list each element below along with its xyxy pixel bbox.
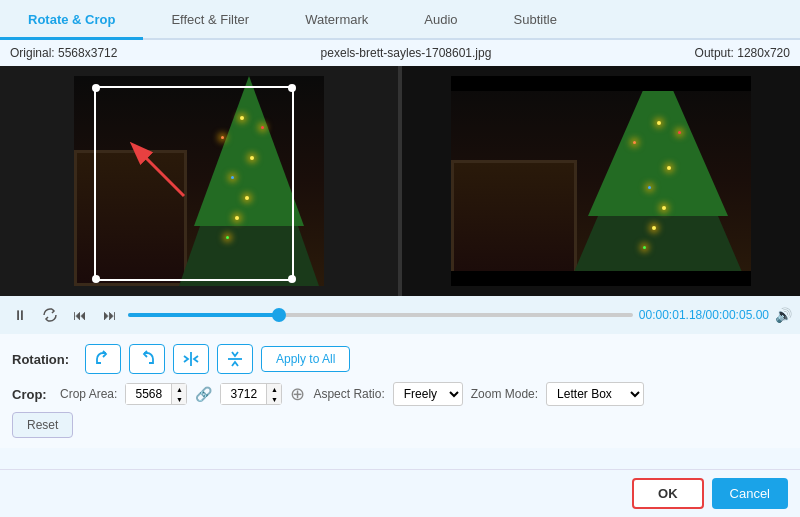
tab-effect-filter[interactable]: Effect & Filter: [143, 4, 277, 40]
video-right: [402, 66, 800, 296]
progress-fill: [128, 313, 279, 317]
next-frame-btn[interactable]: ⏭: [98, 303, 122, 327]
controls-bar: ⏸ ⏮ ⏭ 00:00:01.18/00:00:05.00 🔊: [0, 296, 800, 334]
crop-width-input[interactable]: 5568: [126, 384, 171, 404]
link-dimensions-icon[interactable]: 🔗: [195, 386, 212, 402]
crop-handle-tr[interactable]: [288, 84, 296, 92]
crop-label: Crop:: [12, 387, 52, 402]
video-left: [0, 66, 398, 296]
crop-handle-br[interactable]: [288, 275, 296, 283]
prev-frame-btn[interactable]: ⏮: [68, 303, 92, 327]
flip-horizontal-btn[interactable]: [173, 344, 209, 374]
info-bar: Original: 5568x3712 pexels-brett-sayles-…: [0, 40, 800, 66]
volume-icon[interactable]: 🔊: [775, 307, 792, 323]
tab-bar: Rotate & Crop Effect & Filter Watermark …: [0, 0, 800, 40]
reset-btn[interactable]: Reset: [12, 412, 73, 438]
crop-row: Crop: Crop Area: 5568 ▲ ▼ 🔗 3712 ▲ ▼ ⊕ A…: [12, 382, 788, 406]
progress-track[interactable]: [128, 313, 633, 317]
zoom-mode-label: Zoom Mode:: [471, 387, 538, 401]
crop-width-up-btn[interactable]: ▲: [172, 384, 186, 394]
video-area: [0, 66, 800, 296]
apply-to-all-btn[interactable]: Apply to All: [261, 346, 350, 372]
crop-width-down-btn[interactable]: ▼: [172, 394, 186, 404]
rotation-label: Rotation:: [12, 352, 77, 367]
bottom-controls: Rotation:: [0, 334, 800, 448]
tab-rotate-crop[interactable]: Rotate & Crop: [0, 4, 143, 40]
progress-thumb[interactable]: [272, 308, 286, 322]
crop-height-input-group: 3712 ▲ ▼: [220, 383, 282, 405]
filename: pexels-brett-sayles-1708601.jpg: [321, 46, 492, 60]
crop-height-up-btn[interactable]: ▲: [267, 384, 281, 394]
tab-subtitle[interactable]: Subtitle: [486, 4, 585, 40]
play-pause-btn[interactable]: ⏸: [8, 303, 32, 327]
aspect-ratio-label: Aspect Ratio:: [313, 387, 384, 401]
time-display: 00:00:01.18/00:00:05.00: [639, 308, 769, 322]
output-size: Output: 1280x720: [695, 46, 790, 60]
flip-vertical-btn[interactable]: [217, 344, 253, 374]
original-size: Original: 5568x3712: [10, 46, 117, 60]
loop-btn[interactable]: [38, 303, 62, 327]
crop-height-down-btn[interactable]: ▼: [267, 394, 281, 404]
svg-line-1: [134, 146, 184, 196]
aspect-ratio-select[interactable]: Freely 16:9 4:3 1:1: [393, 382, 463, 406]
crop-area-label: Crop Area:: [60, 387, 117, 401]
crop-handle-bl[interactable]: [92, 275, 100, 283]
rotate-right-btn[interactable]: [129, 344, 165, 374]
tab-watermark[interactable]: Watermark: [277, 4, 396, 40]
zoom-mode-select[interactable]: Letter Box Pan & Scan Full: [546, 382, 644, 406]
ok-btn[interactable]: OK: [632, 478, 704, 509]
rotation-row: Rotation:: [12, 344, 788, 374]
footer: OK Cancel: [0, 469, 800, 517]
crop-height-input[interactable]: 3712: [221, 384, 266, 404]
arrow-annotation: [104, 126, 224, 209]
tab-audio[interactable]: Audio: [396, 4, 485, 40]
rotate-left-btn[interactable]: [85, 344, 121, 374]
crop-width-input-group: 5568 ▲ ▼: [125, 383, 187, 405]
crop-handle-tl[interactable]: [92, 84, 100, 92]
center-crop-icon[interactable]: ⊕: [290, 383, 305, 405]
cancel-btn[interactable]: Cancel: [712, 478, 788, 509]
